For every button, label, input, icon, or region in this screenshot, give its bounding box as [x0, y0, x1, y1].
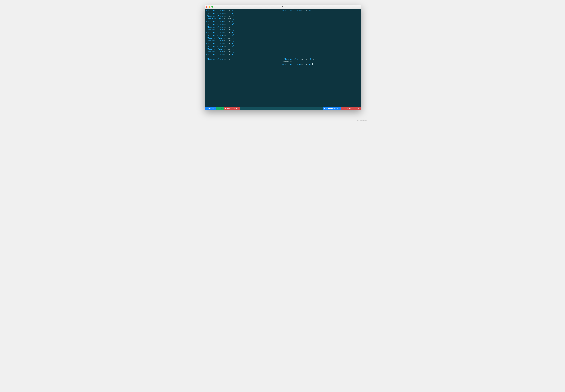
session-name: shanyue — [208, 107, 215, 110]
prompt-line: ~/Documents/tmux(master ✔) — [206, 45, 281, 47]
tmux-pane-upper-left[interactable]: ~/Documents/tmux(master ✔)~/Documents/tm… — [205, 9, 281, 57]
minimize-icon[interactable] — [209, 6, 210, 8]
tmux-pane-lower-right[interactable]: ~/Documents/tmux(master ✔) lsReadme.md~/… — [282, 57, 361, 107]
status-datetime: 2017-02-09 17:16 — [341, 107, 361, 110]
prompt-line: ~/Documents/tmux(master ✔) — [206, 34, 281, 37]
tmux-status-bar: ❐ shanyue 1 zsh 2 tmux-config 3 vim shan… — [205, 107, 361, 110]
traffic-lights — [205, 6, 213, 8]
prompt-line: ~/Documents/tmux(master ✔) — [206, 26, 281, 28]
prompt-line: ~/Documents/tmux(master ✔) — [206, 31, 281, 34]
command-output: Readme.md — [282, 60, 360, 63]
terminal-area[interactable]: ~/Documents/tmux(master ✔)~/Documents/tm… — [205, 9, 361, 110]
prompt-line: ~/Documents/tmux(master ✔) — [206, 9, 281, 12]
status-user-host: shanyue@shanyue — [323, 107, 341, 110]
close-icon[interactable] — [206, 6, 208, 8]
session-icon: ❐ — [206, 107, 207, 110]
cursor-icon — [312, 63, 313, 65]
titlebar[interactable]: 1. tmux a -t shanyue (tmux) — [205, 5, 361, 9]
prompt-line: ~/Documents/tmux(master ✔) — [206, 37, 281, 39]
prompt-line: ~/Documents/tmux(master ✔) — [206, 15, 281, 17]
prompt-line: ~/Documents/tmux(master ✔) — [206, 39, 281, 42]
zoom-icon[interactable] — [211, 6, 213, 8]
prompt-line: ~/Documents/tmux(master ✔) — [206, 17, 281, 20]
prompt-line: ~/Documents/tmux(master ✔) — [206, 12, 281, 15]
prompt-line: ~/Documents/tmux(master ✔) — [206, 23, 281, 26]
prompt-line: ~/Documents/tmux(master ✔) ls — [282, 58, 360, 60]
tmux-pane-lower-left[interactable]: ~/Documents/tmux(master ✔) — [205, 57, 281, 107]
status-window-2[interactable]: 2 tmux-config — [224, 107, 240, 110]
window-title: 1. tmux a -t shanyue (tmux) — [205, 6, 361, 8]
prompt-line: ~/Documents/tmux(master ✔) — [206, 48, 281, 50]
prompt-line: ~/Documents/tmux(master ✔) — [206, 20, 281, 23]
status-session[interactable]: ❐ shanyue — [205, 107, 216, 110]
prompt-line-active[interactable]: ~/Documents/tmux(master ✔) — [282, 63, 360, 66]
status-window-1[interactable]: 1 zsh — [216, 107, 224, 110]
prompt-line: ~/Documents/tmux(master ✔) — [206, 58, 281, 60]
tmux-pane-upper-right[interactable]: ~/Documents/tmux(master ✔) — [282, 9, 361, 57]
prompt-line: ~/Documents/tmux(master ✔) — [206, 42, 281, 45]
prompt-line: ~/Documents/tmux(master ✔) — [206, 28, 281, 31]
prompt-line: ~/Documents/tmux(master ✔) — [206, 50, 281, 53]
prompt-line: ~/Documents/tmux(master ✔) — [206, 53, 281, 56]
prompt-line: ~/Documents/tmux(master ✔) — [282, 9, 360, 12]
watermark: @稀土掘金技术社区 — [356, 120, 368, 121]
status-window-3[interactable]: 3 vim — [240, 107, 248, 110]
terminal-window: 1. tmux a -t shanyue (tmux) ~/Documents/… — [205, 5, 361, 110]
